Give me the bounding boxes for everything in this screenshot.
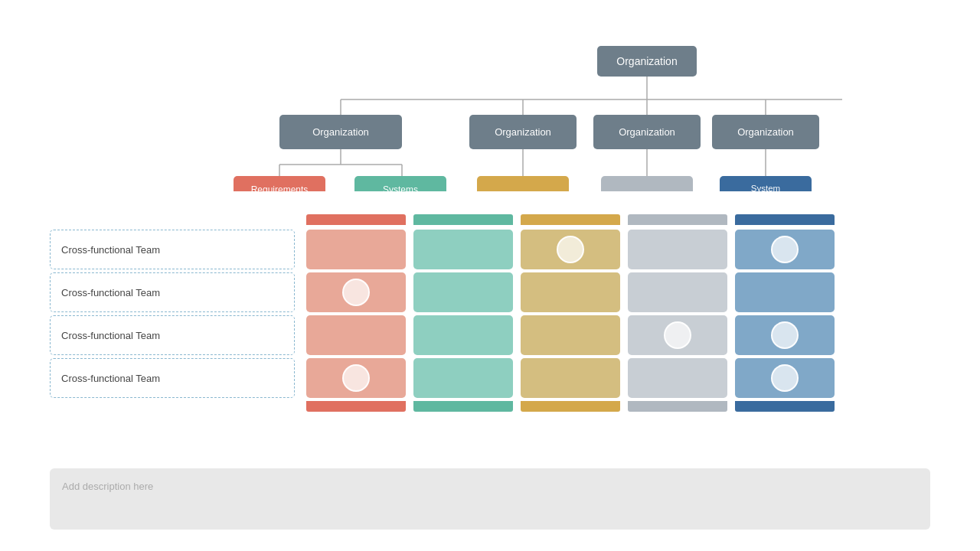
svg-rect-12 xyxy=(593,115,701,149)
matrix-row: Cross-functional Team xyxy=(50,358,930,398)
svg-text:Edit Text Here: Edit Text Here xyxy=(54,190,155,191)
cell-teal-2 xyxy=(413,272,513,312)
cell-blue-3 xyxy=(735,315,835,355)
svg-text:Organization: Organization xyxy=(495,126,551,138)
cell-yellow-3 xyxy=(521,315,620,355)
svg-text:Organization: Organization xyxy=(616,55,677,67)
row-label[interactable]: Cross-functional Team xyxy=(50,315,295,355)
svg-rect-14 xyxy=(712,115,819,149)
cell-silver-4 xyxy=(628,358,727,398)
cell-teal-3 xyxy=(413,315,513,355)
svg-text:System: System xyxy=(751,184,780,191)
cell-red-4 xyxy=(306,358,406,398)
svg-rect-0 xyxy=(597,46,697,77)
svg-text:Requirements: Requirements xyxy=(251,184,309,191)
page: Organization Organization Organization O… xyxy=(0,0,980,551)
svg-text:Organization: Organization xyxy=(619,126,675,138)
column-color-strips-bottom xyxy=(302,401,930,412)
org-chart-svg: Organization Organization Organization O… xyxy=(0,15,980,191)
cell-yellow-4 xyxy=(521,358,620,398)
cell-teal-1 xyxy=(413,230,513,269)
cell-silver-1 xyxy=(628,230,727,269)
cell-red-2 xyxy=(306,272,406,312)
matrix-row: Cross-functional Team xyxy=(50,315,930,355)
cell-blue-1 xyxy=(735,230,835,269)
svg-text:Organization: Organization xyxy=(737,126,794,138)
cell-silver-3 xyxy=(628,315,727,355)
matrix-row: Cross-functional Team xyxy=(50,230,930,269)
description-placeholder: Add description here xyxy=(62,481,153,492)
svg-rect-10 xyxy=(469,115,577,149)
row-cells xyxy=(302,358,838,398)
cell-blue-4 xyxy=(735,358,835,398)
matrix-row: Cross-functional Team xyxy=(50,272,930,312)
row-cells xyxy=(302,272,838,312)
cell-blue-2 xyxy=(735,272,835,312)
column-color-strips xyxy=(302,214,930,225)
matrix-container: Cross-functional Team Cross-functional T… xyxy=(50,214,930,412)
row-cells xyxy=(302,315,838,355)
svg-rect-8 xyxy=(279,115,402,149)
description-box[interactable]: Add description here xyxy=(50,468,930,530)
row-label[interactable]: Cross-functional Team xyxy=(50,230,295,269)
row-label[interactable]: Cross-functional Team xyxy=(50,358,295,398)
cell-teal-4 xyxy=(413,358,513,398)
row-cells xyxy=(302,230,838,269)
svg-text:Systems: Systems xyxy=(383,184,418,191)
cell-red-1 xyxy=(306,230,406,269)
svg-rect-29 xyxy=(477,176,569,191)
svg-text:Organization: Organization xyxy=(312,126,369,138)
cell-yellow-2 xyxy=(521,272,620,312)
svg-rect-33 xyxy=(720,176,812,191)
svg-rect-31 xyxy=(601,176,693,191)
svg-rect-23 xyxy=(234,176,325,191)
row-label[interactable]: Cross-functional Team xyxy=(50,272,295,312)
cell-red-3 xyxy=(306,315,406,355)
cell-yellow-1 xyxy=(521,230,620,269)
svg-rect-26 xyxy=(354,176,446,191)
cell-silver-2 xyxy=(628,272,727,312)
